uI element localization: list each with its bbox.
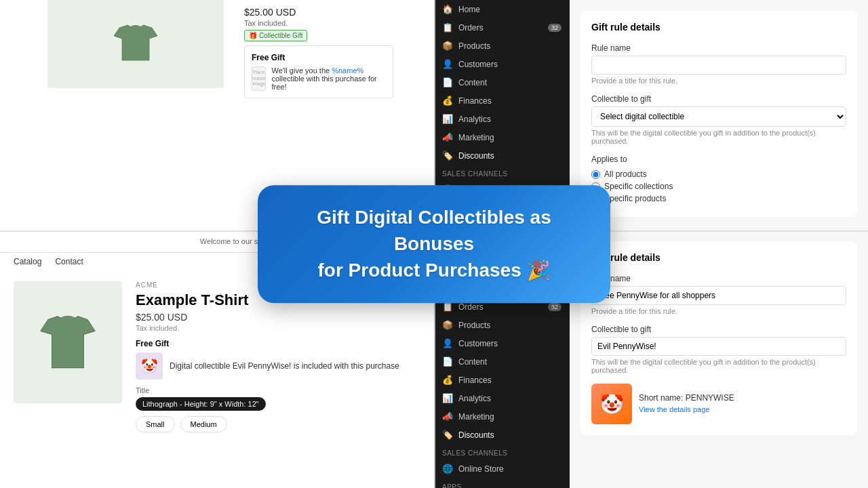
customers-label: Customers (458, 60, 498, 69)
sidebar-content-top[interactable]: 📄 Content (434, 73, 570, 92)
sidebar-marketing-top[interactable]: 📣 Marketing (434, 128, 570, 146)
size-selector-bottom[interactable]: Small Medium (136, 416, 420, 432)
free-gift-title-bottom: Free Gift (136, 339, 420, 348)
pennywise-gift-image: 🤡 (136, 352, 163, 380)
finances-icon-b: 💰 (442, 375, 453, 385)
free-gift-description: We'll give you the %name% collectible wi… (271, 66, 386, 91)
collectible-input-bottom[interactable] (591, 337, 846, 356)
analytics-icon-b: 📊 (442, 393, 453, 403)
free-gift-box-top: Free Gift Place holder image We'll give … (244, 45, 393, 98)
collectible-field-bottom: Collectible to gift This will be the dig… (591, 325, 846, 374)
collectible-badge: 🎁 Collectible Gift (244, 30, 307, 41)
size-btn-small-bottom[interactable]: Small (136, 416, 175, 432)
products-label: Products (458, 41, 490, 51)
sidebar-analytics-top[interactable]: 📊 Analytics (434, 110, 570, 128)
sidebar-products-top[interactable]: 📦 Products (434, 37, 570, 55)
product-image-top (47, 0, 224, 88)
radio-specific-products[interactable]: Specific products (591, 194, 846, 203)
collectible-label-top: Collectible to gift (591, 94, 846, 104)
product-image-bottom (14, 281, 122, 403)
svg-point-1 (59, 316, 77, 326)
sidebar-analytics-bottom[interactable]: 📊 Analytics (434, 389, 570, 407)
collectible-meta: Short name: PENNYWISE View the details p… (639, 393, 734, 415)
orders-label-b: Orders (458, 302, 484, 312)
product-price-bottom: $25.00 USD (136, 312, 420, 323)
orders-badge-b: 32 (548, 303, 561, 311)
center-banner: Gift Digital Collectibles as Bonuses for… (258, 185, 610, 303)
rule-name-label-bottom: Rule name (591, 274, 846, 283)
radio-all-products-input[interactable] (591, 170, 600, 179)
sidebar-finances-bottom[interactable]: 💰 Finances (434, 371, 570, 389)
sidebar-online-store-bottom[interactable]: 🌐 Online Store (434, 460, 570, 478)
collectible-hint-bottom: This will be the digital collectible you… (591, 358, 846, 374)
discounts-label-b: Discounts (458, 430, 494, 440)
marketing-icon-b: 📣 (442, 411, 453, 422)
collectible-preview: 🤡 Short name: PENNYWISE View the details… (591, 384, 846, 424)
sales-channels-title-bottom: Sales channels (434, 444, 570, 460)
orders-icon: 📋 (442, 22, 453, 33)
radio-all-products[interactable]: All products (591, 169, 846, 179)
finances-label: Finances (458, 96, 492, 106)
products-icon-b: 📦 (442, 320, 453, 330)
analytics-icon: 📊 (442, 114, 453, 124)
content-icon: 📄 (442, 77, 453, 87)
free-gift-content: Place holder image We'll give you the %n… (252, 66, 386, 91)
tax-note-bottom: Tax included. (136, 324, 420, 332)
discounts-label: Discounts (458, 151, 494, 161)
sidebar-orders-top[interactable]: 📋 Orders 32 (434, 18, 570, 37)
banner-text: Gift Digital Collectibles as Bonuses for… (290, 204, 578, 284)
apps-title-bottom: Apps (434, 478, 570, 488)
nav-contact[interactable]: Contact (55, 257, 83, 266)
banner-line2: for Product Purchases 🎉 (317, 260, 550, 281)
sales-channels-title-top: Sales channels (434, 165, 570, 180)
online-store-label-b: Online Store (458, 464, 504, 474)
sidebar-home-top[interactable]: 🏠 Home (434, 0, 570, 18)
rule-name-hint-bottom: Provide a title for this rule. (591, 307, 846, 315)
free-gift-section-bottom: Free Gift 🤡 Digital collectible Evil Pen… (136, 339, 420, 380)
marketing-label: Marketing (458, 133, 494, 142)
sidebar-content-bottom[interactable]: 📄 Content (434, 352, 570, 371)
sidebar-discounts-bottom[interactable]: 🏷️ Discounts (434, 426, 570, 444)
gift-image-placeholder: Place holder image (252, 66, 266, 91)
nav-catalog[interactable]: Catalog (14, 257, 41, 266)
applies-to-section: Applies to All products Specific collect… (591, 155, 846, 203)
collectible-badge-text: Collectible Gift (259, 32, 302, 39)
collectible-select-top[interactable]: Select digital collectible (591, 106, 846, 127)
collectible-badge-icon: 🎁 (249, 32, 257, 39)
tax-label-top: Tax included. (244, 19, 434, 27)
analytics-label-b: Analytics (458, 394, 491, 403)
collectible-label-bottom: Collectible to gift (591, 325, 846, 334)
radio-specific-collections[interactable]: Specific collections (591, 182, 846, 191)
sidebar-finances-top[interactable]: 💰 Finances (434, 92, 570, 110)
admin-main-top: Gift rule details Rule name Provide a ti… (570, 0, 868, 230)
rule-name-hint-top: Provide a title for this rule. (591, 77, 846, 85)
rule-name-field-top: Rule name Provide a title for this rule. (591, 43, 846, 85)
gift-rule-card-bottom: Gift rule details Rule name Provide a ti… (580, 241, 857, 435)
view-details-link[interactable]: View the details page (639, 405, 709, 413)
sidebar-marketing-bottom[interactable]: 📣 Marketing (434, 407, 570, 426)
sidebar-customers-top[interactable]: 👤 Customers (434, 55, 570, 73)
admin-main-bottom: Gift rule details Rule name Provide a ti… (570, 230, 868, 488)
gift-rule-title-bottom: Gift rule details (591, 252, 846, 263)
online-store-icon-b: 🌐 (442, 464, 453, 474)
applies-to-label: Applies to (591, 155, 846, 164)
radio-all-products-label: All products (604, 169, 647, 179)
rule-name-label-top: Rule name (591, 43, 846, 53)
product-details-bottom: ACME Example T-Shirt $25.00 USD Tax incl… (136, 281, 420, 432)
rule-name-input-bottom[interactable] (591, 286, 846, 305)
sidebar-discounts-top[interactable]: 🏷️ Discounts (434, 146, 570, 165)
rule-name-input-top[interactable] (591, 56, 846, 75)
sidebar-products-bottom[interactable]: 📦 Products (434, 316, 570, 334)
free-gift-title-top: Free Gift (252, 53, 386, 62)
short-name-label: Short name: PENNYWISE (639, 393, 734, 403)
content-label: Content (458, 78, 487, 87)
analytics-label: Analytics (458, 115, 491, 124)
customers-icon: 👤 (442, 59, 453, 69)
content-label-b: Content (458, 357, 487, 367)
finances-label-b: Finances (458, 375, 492, 385)
size-btn-medium-bottom[interactable]: Medium (180, 416, 227, 432)
products-label-b: Products (458, 321, 490, 330)
collectible-hint-top: This will be the digital collectible you… (591, 129, 846, 145)
sidebar-customers-bottom[interactable]: 👤 Customers (434, 334, 570, 352)
pennywise-image: 🤡 (591, 384, 632, 424)
